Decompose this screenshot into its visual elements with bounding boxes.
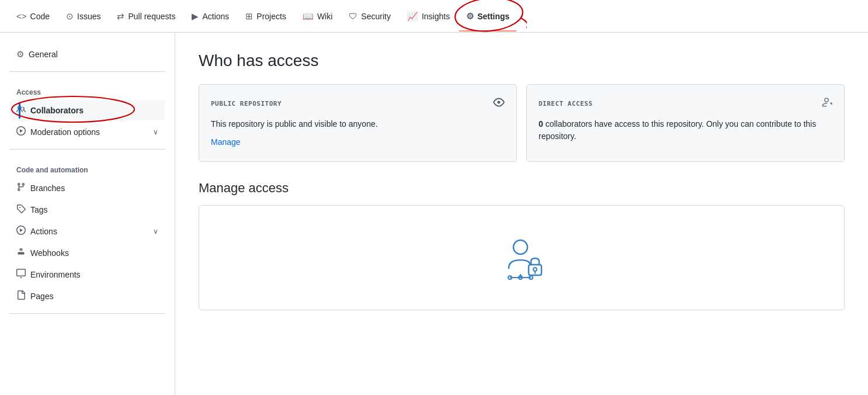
actions-chevron-icon: ∨ (153, 227, 158, 235)
pages-icon (16, 290, 26, 302)
sidebar-item-environments[interactable]: Environments (9, 264, 165, 285)
access-cards-row: PUBLIC REPOSITORY This repository is pub… (199, 84, 845, 162)
wiki-icon: 📖 (303, 11, 314, 22)
manage-link[interactable]: Manage (211, 137, 241, 147)
tag-icon (16, 204, 26, 215)
sidebar-general-label: General (29, 50, 58, 59)
settings-wrapper: ⚙ Settings (459, 6, 516, 26)
nav-security[interactable]: 🛡 Security (342, 6, 398, 26)
sidebar-item-webhooks[interactable]: Webhooks (9, 242, 165, 263)
moderation-icon (16, 126, 26, 137)
sidebar-item-branches[interactable]: Branches (9, 178, 165, 198)
collab-count: 0 (539, 119, 543, 129)
sidebar-moderation-label: Moderation options (30, 127, 100, 137)
public-repo-card: PUBLIC REPOSITORY This repository is pub… (199, 84, 517, 162)
nav-code-label: Code (30, 12, 50, 21)
branch-icon (16, 182, 26, 193)
sidebar-item-actions[interactable]: Actions ∨ (9, 221, 165, 241)
sidebar-pages-label: Pages (30, 292, 54, 301)
direct-access-card-header: DIRECT ACCESS (539, 96, 832, 111)
nav-code[interactable]: <> Code (9, 6, 57, 26)
nav-pr-label: Pull requests (128, 12, 175, 21)
actions-sidebar-icon (16, 226, 26, 237)
nav-settings[interactable]: ⚙ Settings (459, 6, 516, 26)
nav-settings-label: Settings (477, 12, 509, 21)
public-repo-text: This repository is public and visible to… (211, 118, 505, 130)
collaborators-icon (16, 105, 26, 116)
settings-icon: ⚙ (466, 11, 474, 22)
main-layout: ⚙ General Access Collaborators Moderatio… (0, 33, 868, 395)
top-nav: <> Code ⊙ Issues ⇄ Pull requests ▶ Actio… (0, 0, 868, 33)
sidebar-item-general[interactable]: ⚙ General (9, 44, 165, 64)
direct-access-card: DIRECT ACCESS 0 collaborators have acces… (526, 84, 845, 162)
nav-wiki-label: Wiki (317, 12, 332, 21)
public-repo-label: PUBLIC REPOSITORY (211, 100, 282, 108)
nav-actions[interactable]: ▶ Actions (185, 6, 236, 26)
sidebar-item-collaborators[interactable]: Collaborators (9, 100, 165, 120)
nav-wiki[interactable]: 📖 Wiki (296, 6, 339, 26)
sidebar-item-moderation[interactable]: Moderation options ∨ (9, 122, 165, 142)
sidebar-divider-2 (9, 149, 165, 150)
svg-point-2 (513, 240, 527, 254)
insights-icon: 📈 (407, 11, 418, 22)
person-add-icon (821, 96, 832, 111)
nav-projects-label: Projects (256, 12, 286, 21)
person-lock-icon (498, 234, 545, 281)
eye-icon (493, 96, 505, 111)
environments-icon (16, 269, 26, 280)
gear-icon: ⚙ (16, 49, 24, 60)
sidebar-divider-3 (9, 313, 165, 314)
sidebar-item-pages[interactable]: Pages (9, 286, 165, 306)
nav-actions-label: Actions (202, 12, 229, 21)
direct-access-label: DIRECT ACCESS (539, 100, 593, 108)
sidebar-webhooks-label: Webhooks (30, 248, 69, 258)
direct-access-text-suffix: collaborators have access to this reposi… (539, 119, 816, 141)
sidebar-actions-label: Actions (30, 227, 57, 236)
pr-icon: ⇄ (117, 11, 124, 22)
access-section-label: Access (9, 79, 165, 100)
issue-icon: ⊙ (66, 11, 74, 22)
sidebar-tags-label: Tags (30, 205, 48, 214)
access-icon-container (481, 217, 563, 299)
manage-access-title: Manage access (199, 181, 845, 196)
collaborators-wrapper: Collaborators (9, 100, 165, 120)
direct-access-text: 0 collaborators have access to this repo… (539, 118, 832, 143)
main-content: Who has access PUBLIC REPOSITORY This re… (175, 33, 868, 395)
nav-pull-requests[interactable]: ⇄ Pull requests (110, 6, 182, 26)
page-title: Who has access (199, 51, 845, 70)
security-icon: 🛡 (349, 11, 357, 21)
nav-projects[interactable]: ⊞ Projects (238, 6, 293, 26)
sidebar-environments-label: Environments (30, 270, 81, 279)
sidebar-item-tags[interactable]: Tags (9, 199, 165, 220)
projects-icon: ⊞ (245, 11, 253, 22)
actions-icon: ▶ (192, 11, 199, 22)
moderation-chevron-icon: ∨ (153, 128, 158, 136)
nav-security-label: Security (361, 12, 391, 21)
sidebar: ⚙ General Access Collaborators Moderatio… (0, 33, 175, 395)
code-icon: <> (16, 11, 27, 21)
sidebar-divider-1 (9, 71, 165, 72)
manage-access-box (199, 205, 845, 310)
sidebar-collaborators-label: Collaborators (30, 106, 84, 115)
public-repo-card-header: PUBLIC REPOSITORY (211, 96, 505, 111)
nav-insights-label: Insights (422, 12, 450, 21)
nav-insights[interactable]: 📈 Insights (400, 6, 457, 26)
nav-issues[interactable]: ⊙ Issues (59, 6, 107, 26)
nav-issues-label: Issues (77, 12, 100, 21)
sidebar-branches-label: Branches (30, 183, 65, 193)
webhook-icon (16, 247, 26, 258)
code-automation-section-label: Code and automation (9, 157, 165, 178)
